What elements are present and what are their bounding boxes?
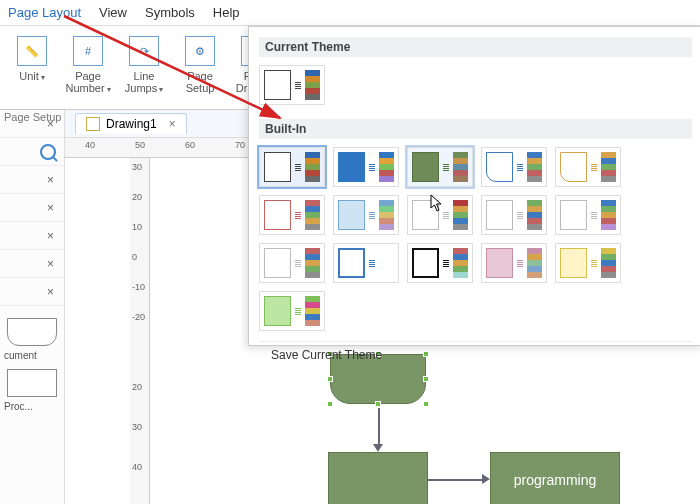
unit-label: Unit xyxy=(19,70,39,82)
connector-arrowhead xyxy=(373,444,383,452)
ruler-tick: 50 xyxy=(135,140,145,150)
shape-palette: cument Proc... xyxy=(0,306,64,416)
search-row xyxy=(0,138,64,166)
menu-page-layout[interactable]: Page Layout xyxy=(8,5,81,20)
save-current-theme[interactable]: Save Current Theme xyxy=(259,341,692,368)
ruler-tick: 40 xyxy=(132,462,142,472)
theme-swatch[interactable] xyxy=(407,243,473,283)
selection-handle[interactable] xyxy=(423,401,429,407)
palette-label-process: Proc... xyxy=(2,401,62,412)
menu-view[interactable]: View xyxy=(99,5,127,20)
theme-swatch[interactable] xyxy=(407,147,473,187)
left-sidebar: × × × × × × cument Proc... xyxy=(0,110,65,504)
ruler-tick: 30 xyxy=(132,422,142,432)
shape-label: programming xyxy=(514,472,596,488)
panel-row[interactable]: × xyxy=(0,222,64,250)
shape-process-programming[interactable]: programming xyxy=(490,452,620,504)
menubar: Page Layout View Symbols Help xyxy=(0,0,700,26)
connector-line[interactable] xyxy=(378,408,380,444)
selection-handle[interactable] xyxy=(327,376,333,382)
theme-swatch[interactable] xyxy=(555,195,621,235)
ruler-tick: 70 xyxy=(235,140,245,150)
mouse-cursor-icon xyxy=(430,194,444,212)
palette-label-document: cument xyxy=(2,350,62,361)
connector-line[interactable] xyxy=(428,479,482,481)
line-jumps-button[interactable]: ↷ Line Jumps xyxy=(116,32,172,107)
theme-swatch[interactable] xyxy=(481,195,547,235)
search-icon[interactable] xyxy=(40,144,56,160)
ruler-tick: 20 xyxy=(132,382,142,392)
page-number-label: Page Number xyxy=(65,70,104,94)
page-setup-button[interactable]: ⚙ Page Setup xyxy=(172,32,228,107)
theme-grid-current xyxy=(259,61,692,115)
ruler-tick: 20 xyxy=(132,192,142,202)
theme-swatch[interactable] xyxy=(481,243,547,283)
tab-close-icon[interactable]: × xyxy=(169,117,176,131)
panel-row[interactable]: × xyxy=(0,194,64,222)
connector-arrowhead xyxy=(482,474,490,484)
theme-swatch[interactable] xyxy=(333,147,399,187)
menu-help[interactable]: Help xyxy=(213,5,240,20)
theme-swatch[interactable] xyxy=(555,243,621,283)
page-number-button[interactable]: # Page Number xyxy=(60,32,116,107)
selection-handle[interactable] xyxy=(327,401,333,407)
ruler-tick: 0 xyxy=(132,252,137,262)
theme-grid-builtin xyxy=(259,143,692,341)
palette-shape-document[interactable] xyxy=(7,318,57,346)
ruler-tick: 40 xyxy=(85,140,95,150)
panel-row[interactable]: × xyxy=(0,278,64,306)
theme-swatch[interactable] xyxy=(259,291,325,331)
tab-drawing1[interactable]: Drawing1 × xyxy=(75,113,187,134)
theme-swatch[interactable] xyxy=(481,147,547,187)
page-setup-icon: ⚙ xyxy=(185,36,215,66)
menu-symbols[interactable]: Symbols xyxy=(145,5,195,20)
ruler-tick: 30 xyxy=(132,162,142,172)
theme-swatch[interactable] xyxy=(333,243,399,283)
ruler-vertical: 30 20 10 0 -10 -20 20 30 40 xyxy=(130,158,150,504)
line-jumps-icon: ↷ xyxy=(129,36,159,66)
palette-shape-process[interactable] xyxy=(7,369,57,397)
theme-swatch[interactable] xyxy=(259,147,325,187)
theme-swatch[interactable] xyxy=(259,195,325,235)
ruler-tick: -10 xyxy=(132,282,145,292)
theme-swatch[interactable] xyxy=(259,65,325,105)
theme-swatch[interactable] xyxy=(333,195,399,235)
selection-handle[interactable] xyxy=(423,376,429,382)
ruler-icon: 📏 xyxy=(17,36,47,66)
theme-swatch[interactable] xyxy=(555,147,621,187)
ruler-tick: 60 xyxy=(185,140,195,150)
line-jumps-label: Line Jumps xyxy=(125,70,157,94)
ruler-tick: -20 xyxy=(132,312,145,322)
ruler-tick: 10 xyxy=(132,222,142,232)
page-setup-label: Page Setup xyxy=(172,70,228,94)
ribbon-group-label: Page Setup xyxy=(4,111,62,123)
selection-handle[interactable] xyxy=(375,401,381,407)
unit-button[interactable]: 📏 Unit xyxy=(4,32,60,107)
theme-section-builtin: Built-In xyxy=(259,119,692,139)
tab-label: Drawing1 xyxy=(106,117,157,131)
panel-row[interactable]: × xyxy=(0,250,64,278)
page-number-icon: # xyxy=(73,36,103,66)
theme-swatch[interactable] xyxy=(259,243,325,283)
shape-process[interactable] xyxy=(328,452,428,504)
theme-section-current: Current Theme xyxy=(259,37,692,57)
document-icon xyxy=(86,117,100,131)
panel-row[interactable]: × xyxy=(0,166,64,194)
theme-gallery-panel: Current Theme Built-In Save Current Them… xyxy=(248,26,700,346)
